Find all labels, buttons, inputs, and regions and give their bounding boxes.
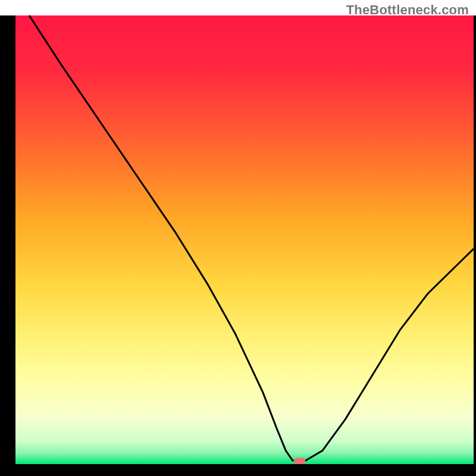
frame-bottom: [0, 464, 476, 476]
plot-background: [15, 15, 474, 464]
bottleneck-chart: TheBottleneck.com: [0, 0, 476, 476]
watermark-text: TheBottleneck.com: [346, 2, 469, 18]
chart-svg: [0, 0, 476, 476]
optimal-marker: [293, 458, 305, 465]
frame-left: [0, 15, 15, 476]
frame-right: [474, 15, 476, 476]
